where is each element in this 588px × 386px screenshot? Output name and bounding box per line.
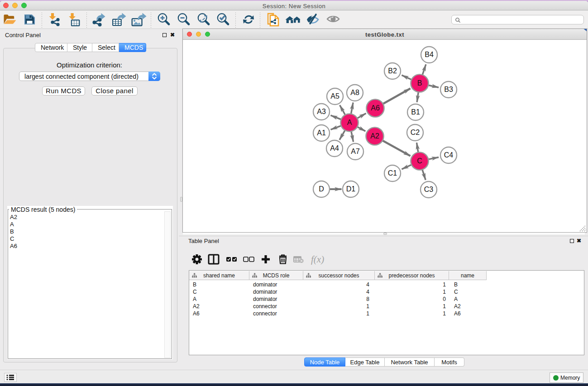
svg-text:D: D <box>319 185 324 193</box>
svg-text:B: B <box>417 79 422 87</box>
svg-text:A6: A6 <box>371 104 380 112</box>
svg-text:B1: B1 <box>411 108 420 116</box>
svg-text:C3: C3 <box>424 186 434 193</box>
svg-text:D1: D1 <box>346 185 356 193</box>
svg-text:A5: A5 <box>330 92 339 100</box>
svg-text:A4: A4 <box>330 144 339 152</box>
svg-text:A7: A7 <box>351 148 360 155</box>
svg-text:A: A <box>347 119 352 126</box>
svg-text:A3: A3 <box>317 108 326 115</box>
svg-text:C4: C4 <box>444 151 454 159</box>
svg-text:B2: B2 <box>388 67 397 75</box>
svg-text:B4: B4 <box>425 51 434 58</box>
svg-text:C1: C1 <box>388 169 397 177</box>
svg-text:B3: B3 <box>444 86 453 93</box>
svg-text:C2: C2 <box>411 129 420 136</box>
svg-text:A1: A1 <box>317 129 326 137</box>
svg-text:f(x): f(x) <box>311 254 324 265</box>
svg-text:A8: A8 <box>350 89 359 96</box>
svg-text:C: C <box>417 157 422 165</box>
svg-text:A2: A2 <box>370 132 379 140</box>
